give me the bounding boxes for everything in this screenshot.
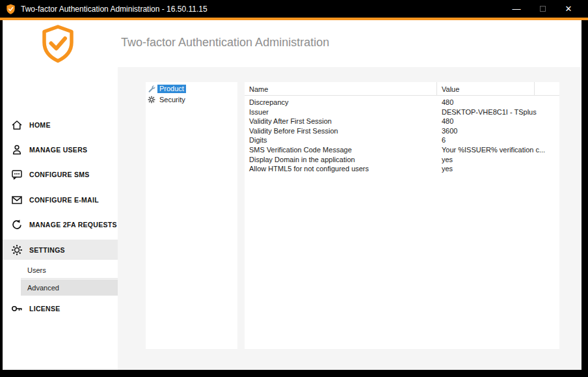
envelope-icon xyxy=(11,194,23,206)
sidebar-subitem-users[interactable]: Users xyxy=(21,262,118,279)
setting-value: yes xyxy=(442,155,453,165)
setting-value: Your %ISSUER% verification c... xyxy=(442,145,545,155)
page-title: Two-factor Authentication Administration xyxy=(121,36,329,49)
table-row[interactable]: Validity After First Session 480 xyxy=(245,117,559,126)
table-row[interactable]: SMS Verification Code Message Your %ISSU… xyxy=(245,145,559,155)
setting-name: Validity After First Session xyxy=(249,117,332,126)
sidebar-item-label: CONFIGURE E-MAIL xyxy=(29,196,99,204)
maximize-button xyxy=(529,0,555,18)
sidebar-item-license[interactable]: LICENSE xyxy=(3,299,118,318)
window-body: Two-factor Authentication Administration… xyxy=(3,20,581,370)
sidebar-item-settings[interactable]: SETTINGS xyxy=(3,240,118,260)
setting-name: SMS Verification Code Message xyxy=(249,145,352,155)
table-row[interactable]: Discrepancy 480 xyxy=(245,98,559,107)
tree-item-security[interactable]: Security xyxy=(148,95,237,104)
app-logo-shield-icon xyxy=(39,24,77,63)
sidebar-item-manage-users[interactable]: MANAGE USERS xyxy=(3,140,118,160)
sidebar-item-label: CONFIGURE SMS xyxy=(29,171,90,178)
sidebar-item-label: MANAGE USERS xyxy=(29,146,87,154)
sidebar-item-label: LICENSE xyxy=(29,305,60,313)
table-row[interactable]: Allow HTML5 for not configured users yes xyxy=(245,164,559,174)
column-header-name[interactable]: Name xyxy=(245,82,437,96)
setting-name: Digits xyxy=(249,135,267,145)
table-row[interactable]: Digits 6 xyxy=(245,135,559,145)
setting-value: 480 xyxy=(442,98,453,107)
setting-value: 480 xyxy=(442,117,453,126)
sidebar-item-label: HOME xyxy=(29,121,51,129)
sidebar-item-manage-2fa-requests[interactable]: MANAGE 2FA REQUESTS xyxy=(3,215,118,234)
table-row[interactable]: Issuer DESKTOP-VHE8C1I - TSplus xyxy=(245,107,559,117)
wrench-icon xyxy=(148,85,155,92)
app-window: Two-factor Authentication Administration… xyxy=(0,0,588,377)
setting-name: Issuer xyxy=(249,107,269,117)
setting-name: Validity Before First Session xyxy=(249,126,338,136)
setting-value: yes xyxy=(442,164,453,174)
sidebar-item-configure-sms[interactable]: CONFIGURE SMS xyxy=(3,165,118,184)
gear-icon xyxy=(11,244,23,256)
table-row[interactable]: Display Domain in the application yes xyxy=(245,155,559,165)
setting-name: Display Domain in the application xyxy=(249,155,355,165)
rotate-arrow-icon xyxy=(11,219,23,230)
shield-check-icon xyxy=(6,4,16,14)
settings-table-panel: Name Value Discrepancy 480 Issuer DESKTO… xyxy=(245,82,559,349)
home-icon xyxy=(11,119,23,131)
sidebar-item-label: SETTINGS xyxy=(29,246,65,254)
sidebar-subitem-label: Advanced xyxy=(27,284,59,292)
sidebar-item-configure-email[interactable]: CONFIGURE E-MAIL xyxy=(3,190,118,210)
sidebar: HOME MANAGE USERS CONFIGURE SMS xyxy=(3,67,118,370)
close-button[interactable]: ✕ xyxy=(555,0,581,18)
settings-tree-panel: Product Security xyxy=(146,82,237,349)
table-rows: Discrepancy 480 Issuer DESKTOP-VHE8C1I -… xyxy=(245,98,559,174)
setting-name: Allow HTML5 for not configured users xyxy=(249,164,369,174)
window-controls: — ✕ xyxy=(503,0,581,18)
sidebar-subitem-label: Users xyxy=(27,266,46,274)
key-icon xyxy=(11,303,23,314)
chat-bubble-icon xyxy=(11,169,23,180)
titlebar: Two-factor Authentication Administration… xyxy=(0,0,588,18)
user-icon xyxy=(11,144,23,156)
tree-item-label: Security xyxy=(157,96,187,104)
gear-icon xyxy=(148,96,155,104)
table-row[interactable]: Validity Before First Session 3600 xyxy=(245,126,559,136)
setting-name: Discrepancy xyxy=(249,98,289,107)
setting-value: 6 xyxy=(442,135,446,145)
sidebar-subitem-advanced[interactable]: Advanced xyxy=(21,279,118,296)
minimize-button[interactable]: — xyxy=(503,0,529,18)
tree-item-label: Product xyxy=(157,85,186,93)
setting-value: 3600 xyxy=(442,126,457,136)
table-header: Name Value xyxy=(245,82,559,96)
tree-item-product[interactable]: Product xyxy=(148,84,237,93)
window-title: Two-factor Authentication Administration… xyxy=(21,5,207,14)
setting-value: DESKTOP-VHE8C1I - TSplus xyxy=(442,107,537,117)
column-header-value[interactable]: Value xyxy=(437,82,535,96)
sidebar-item-label: MANAGE 2FA REQUESTS xyxy=(29,221,117,229)
maximize-icon xyxy=(540,6,546,12)
sidebar-item-home[interactable]: HOME xyxy=(3,115,118,135)
